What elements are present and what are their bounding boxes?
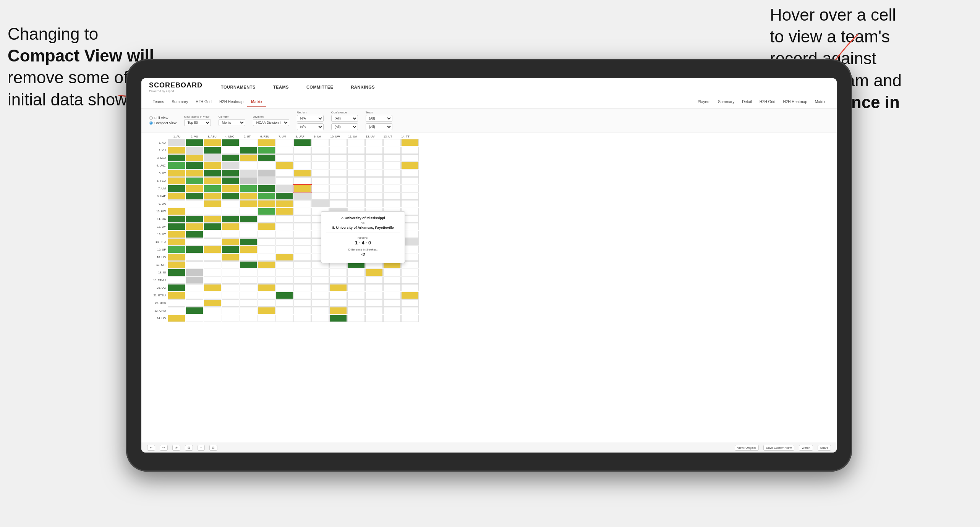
matrix-cell[interactable]	[347, 185, 365, 192]
matrix-cell[interactable]	[240, 215, 257, 223]
matrix-cell[interactable]	[168, 292, 185, 299]
matrix-cell[interactable]	[186, 254, 203, 261]
matrix-cell[interactable]	[311, 139, 329, 146]
subnav-summary-left[interactable]: Summary	[168, 98, 192, 107]
matrix-cell[interactable]	[293, 154, 311, 162]
nav-committee[interactable]: COMMITTEE	[303, 83, 337, 91]
share-button[interactable]: Share	[818, 445, 831, 451]
matrix-cell[interactable]	[240, 254, 257, 261]
matrix-cell[interactable]	[347, 269, 365, 276]
matrix-cell[interactable]	[293, 162, 311, 169]
matrix-cell[interactable]	[293, 315, 311, 322]
matrix-cell[interactable]	[186, 200, 203, 207]
matrix-cell[interactable]	[275, 192, 293, 200]
matrix-cell[interactable]	[329, 299, 347, 307]
matrix-cell[interactable]	[275, 284, 293, 291]
matrix-cell[interactable]	[186, 276, 203, 284]
matrix-cell[interactable]	[401, 315, 419, 322]
matrix-cell[interactable]	[258, 315, 275, 322]
matrix-cell[interactable]	[275, 315, 293, 322]
subnav-teams[interactable]: Teams	[149, 98, 168, 107]
toolbar-icon-1[interactable]: ⟳	[172, 445, 180, 451]
matrix-cell[interactable]	[168, 177, 185, 184]
matrix-cell[interactable]	[222, 139, 239, 146]
matrix-cell[interactable]	[311, 162, 329, 169]
matrix-cell[interactable]	[383, 315, 401, 322]
matrix-cell[interactable]	[258, 269, 275, 276]
matrix-cell[interactable]	[240, 200, 257, 207]
matrix-cell[interactable]	[168, 299, 185, 307]
matrix-cell[interactable]	[168, 315, 185, 322]
matrix-cell[interactable]	[347, 315, 365, 322]
matrix-cell[interactable]	[258, 215, 275, 223]
matrix-cell[interactable]	[293, 139, 311, 146]
matrix-cell[interactable]	[240, 223, 257, 230]
matrix-cell[interactable]	[275, 292, 293, 299]
matrix-cell[interactable]	[311, 177, 329, 184]
matrix-cell[interactable]	[293, 147, 311, 154]
matrix-cell[interactable]	[258, 223, 275, 230]
matrix-cell[interactable]	[275, 299, 293, 307]
matrix-cell[interactable]	[293, 269, 311, 276]
matrix-cell[interactable]	[365, 269, 383, 276]
matrix-cell[interactable]	[275, 215, 293, 223]
matrix-cell[interactable]	[204, 292, 221, 299]
subnav-players[interactable]: Players	[694, 98, 714, 107]
matrix-cell[interactable]	[275, 276, 293, 284]
matrix-cell[interactable]	[168, 246, 185, 253]
matrix-cell[interactable]	[275, 261, 293, 268]
matrix-cell[interactable]	[383, 307, 401, 314]
matrix-cell[interactable]	[222, 162, 239, 169]
matrix-cell[interactable]	[293, 276, 311, 284]
matrix-cell[interactable]	[168, 208, 185, 215]
full-view-radio[interactable]: Full View	[149, 116, 177, 120]
matrix-cell[interactable]	[293, 238, 311, 246]
matrix-cell[interactable]	[347, 292, 365, 299]
region-select2[interactable]: N/A	[297, 123, 324, 130]
region-select1[interactable]: N/A	[297, 115, 324, 122]
matrix-cell[interactable]	[222, 208, 239, 215]
matrix-cell[interactable]	[258, 162, 275, 169]
matrix-cell[interactable]	[186, 139, 203, 146]
matrix-cell[interactable]	[293, 307, 311, 314]
matrix-cell[interactable]	[186, 231, 203, 238]
matrix-cell[interactable]	[222, 299, 239, 307]
matrix-cell[interactable]	[275, 231, 293, 238]
matrix-cell[interactable]	[204, 269, 221, 276]
matrix-cell[interactable]	[293, 254, 311, 261]
matrix-cell[interactable]	[204, 276, 221, 284]
matrix-cell[interactable]	[383, 200, 401, 207]
matrix-cell[interactable]	[401, 276, 419, 284]
matrix-cell[interactable]	[168, 200, 185, 207]
matrix-cell[interactable]	[311, 284, 329, 291]
matrix-cell[interactable]	[186, 299, 203, 307]
max-teams-select[interactable]: Top 50	[184, 119, 211, 126]
matrix-cell[interactable]	[347, 192, 365, 200]
matrix-cell[interactable]	[347, 177, 365, 184]
matrix-cell[interactable]	[401, 284, 419, 291]
matrix-cell[interactable]	[168, 231, 185, 238]
matrix-cell[interactable]	[365, 177, 383, 184]
matrix-cell[interactable]	[293, 215, 311, 223]
matrix-cell[interactable]	[186, 223, 203, 230]
compact-view-radio[interactable]: Compact View	[149, 121, 177, 125]
matrix-cell[interactable]	[240, 307, 257, 314]
matrix-cell[interactable]	[365, 292, 383, 299]
matrix-cell[interactable]	[383, 170, 401, 177]
matrix-cell[interactable]	[383, 147, 401, 154]
matrix-cell[interactable]	[365, 299, 383, 307]
matrix-cell[interactable]	[168, 192, 185, 200]
matrix-cell[interactable]	[240, 231, 257, 238]
matrix-cell[interactable]	[204, 208, 221, 215]
toolbar-icon-3[interactable]: −	[198, 445, 205, 451]
subnav-matrix-right[interactable]: Matrix	[811, 98, 829, 107]
matrix-cell[interactable]	[204, 177, 221, 184]
matrix-cell[interactable]	[240, 154, 257, 162]
matrix-cell[interactable]	[222, 192, 239, 200]
matrix-cell[interactable]	[365, 139, 383, 146]
matrix-cell[interactable]	[329, 307, 347, 314]
matrix-cell[interactable]	[275, 223, 293, 230]
matrix-cell[interactable]	[186, 154, 203, 162]
matrix-cell[interactable]	[275, 170, 293, 177]
nav-tournaments[interactable]: TOURNAMENTS	[218, 83, 259, 91]
